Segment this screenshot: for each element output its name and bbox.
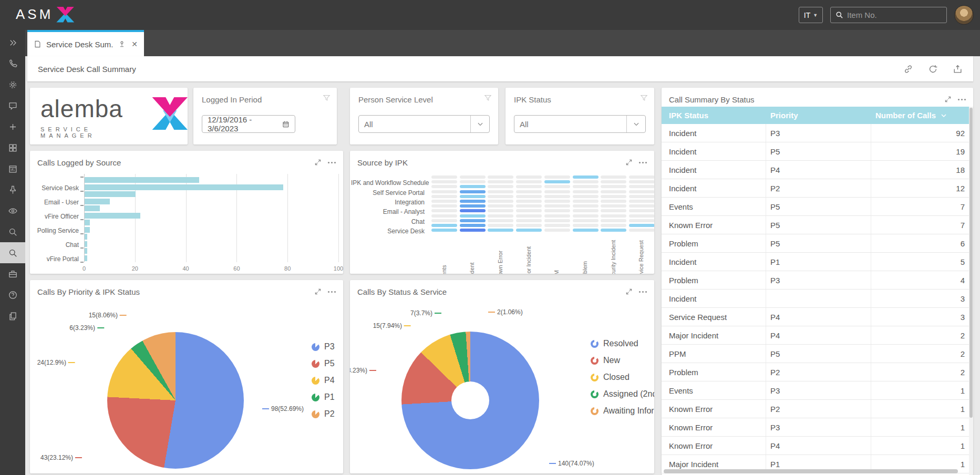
- legend-item[interactable]: P5: [312, 359, 335, 368]
- heatmap-cell[interactable]: [601, 185, 626, 188]
- horizontal-scrollbar[interactable]: [664, 469, 958, 473]
- sidebar-item-windows[interactable]: [0, 305, 25, 326]
- bar[interactable]: [85, 191, 136, 197]
- table-row[interactable]: ProblemP56: [662, 234, 969, 253]
- heatmap-cell[interactable]: [601, 180, 626, 183]
- table-row[interactable]: IncidentP15: [662, 253, 969, 271]
- heatmap-cell[interactable]: [460, 214, 486, 218]
- table-row[interactable]: Known ErrorP31: [662, 418, 969, 437]
- tab-service-desk-summary[interactable]: Service Desk Sum... ✕: [27, 30, 144, 56]
- heatmap-cell[interactable]: [601, 175, 626, 179]
- bar[interactable]: [85, 213, 140, 219]
- table-row[interactable]: PPMP52: [662, 345, 969, 363]
- heatmap-cell[interactable]: [573, 204, 599, 208]
- heatmap-cell[interactable]: [488, 204, 513, 208]
- heatmap-cell[interactable]: [601, 200, 626, 203]
- column-header-number-of-calls[interactable]: Number of Calls: [871, 111, 969, 120]
- legend-item[interactable]: P3: [312, 342, 335, 352]
- legend-item[interactable]: P1: [312, 393, 335, 402]
- filter-funnel-icon[interactable]: [323, 94, 331, 104]
- bar[interactable]: [85, 199, 110, 204]
- heatmap-cell[interactable]: [431, 224, 457, 227]
- heatmap-cell[interactable]: [601, 229, 626, 232]
- heatmap-cell[interactable]: [629, 190, 654, 193]
- sidebar-item-search[interactable]: [0, 221, 25, 242]
- heatmap-cell[interactable]: [629, 224, 654, 227]
- table-row[interactable]: Known ErrorP41: [662, 437, 969, 455]
- sidebar-item-phone[interactable]: [0, 53, 25, 74]
- heatmap-cell[interactable]: [573, 195, 599, 198]
- sidebar-item-help[interactable]: [0, 284, 25, 305]
- heatmap-cell[interactable]: [573, 214, 599, 218]
- heatmap-cell[interactable]: [460, 224, 486, 227]
- sidebar-item-pinned[interactable]: [0, 179, 25, 200]
- table-row[interactable]: Known ErrorP57: [662, 216, 969, 234]
- heatmap-cell[interactable]: [544, 204, 570, 208]
- heatmap-cell[interactable]: [488, 200, 513, 203]
- heatmap-cell[interactable]: [460, 229, 486, 232]
- heatmap-cell[interactable]: [544, 224, 570, 227]
- heatmap-cell[interactable]: [431, 190, 457, 193]
- heatmap-cell[interactable]: [431, 204, 457, 208]
- table-row[interactable]: IncidentP212: [662, 179, 969, 198]
- heatmap-cell[interactable]: [460, 175, 486, 179]
- heatmap-cell[interactable]: [516, 195, 542, 198]
- heatmap-cell[interactable]: [460, 180, 486, 183]
- map-pin-icon[interactable]: [118, 40, 126, 48]
- heatmap-cell[interactable]: [516, 190, 542, 193]
- heatmap-cell[interactable]: [516, 175, 542, 179]
- heatmap-cell[interactable]: [431, 219, 457, 222]
- heatmap-cell[interactable]: [601, 214, 626, 218]
- heatmap-cell[interactable]: [629, 180, 654, 183]
- heatmap-cell[interactable]: [573, 180, 599, 183]
- sidebar-item-global-search[interactable]: [0, 242, 25, 263]
- bar[interactable]: [85, 241, 87, 247]
- heatmap-cell[interactable]: [629, 214, 654, 218]
- sidebar-item-watched[interactable]: [0, 200, 25, 221]
- heatmap-cell[interactable]: [629, 219, 654, 222]
- legend-item[interactable]: New: [591, 356, 654, 365]
- heatmap-cell[interactable]: [544, 219, 570, 222]
- asm-logo[interactable]: ASM: [16, 6, 74, 23]
- bar[interactable]: [85, 234, 87, 240]
- heatmap-cell[interactable]: [460, 209, 486, 212]
- heatmap-cell[interactable]: [601, 209, 626, 212]
- heatmap-cell[interactable]: [460, 200, 486, 203]
- heatmap-cell[interactable]: [431, 175, 457, 179]
- heatmap-cell[interactable]: [544, 195, 570, 198]
- heatmap-cell[interactable]: [488, 180, 513, 183]
- heatmap-cell[interactable]: [544, 175, 570, 179]
- pie-body[interactable]: [107, 332, 244, 469]
- more-options-icon[interactable]: [958, 99, 966, 100]
- heatmap-cell[interactable]: [488, 175, 513, 179]
- legend-item[interactable]: Closed: [591, 373, 654, 382]
- heatmap-cell[interactable]: [544, 209, 570, 212]
- heatmap-cell[interactable]: [544, 229, 570, 232]
- heatmap-cell[interactable]: [544, 190, 570, 193]
- bar[interactable]: [85, 220, 90, 225]
- table-row[interactable]: Incident3: [662, 290, 969, 308]
- sidebar-item-new-item[interactable]: [0, 116, 25, 137]
- sidebar-item-apps[interactable]: [0, 137, 25, 158]
- heatmap-cell[interactable]: [431, 180, 457, 183]
- heatmap-cell[interactable]: [516, 204, 542, 208]
- bar[interactable]: [85, 184, 283, 190]
- heatmap-cell[interactable]: [488, 229, 513, 232]
- column-header-ipk-status[interactable]: IPK Status: [662, 111, 766, 120]
- legend-item[interactable]: P4: [312, 376, 335, 385]
- close-icon[interactable]: ✕: [131, 40, 138, 48]
- filter-funnel-icon[interactable]: [484, 94, 492, 104]
- heatmap-cell[interactable]: [431, 200, 457, 203]
- ipk-status-select[interactable]: All: [514, 115, 646, 133]
- filter-funnel-icon[interactable]: [640, 94, 648, 104]
- select-dropdown-button[interactable]: [470, 116, 489, 132]
- heatmap-cell[interactable]: [573, 229, 599, 232]
- heatmap-cell[interactable]: [601, 219, 626, 222]
- heatmap-cell[interactable]: [516, 209, 542, 212]
- heatmap-cell[interactable]: [488, 209, 513, 212]
- heatmap-cell[interactable]: [629, 200, 654, 203]
- table-row[interactable]: Major IncidentP42: [662, 326, 969, 345]
- heatmap-cell[interactable]: [460, 185, 486, 188]
- heatmap-cell[interactable]: [601, 190, 626, 193]
- table-row[interactable]: IncidentP418: [662, 161, 969, 179]
